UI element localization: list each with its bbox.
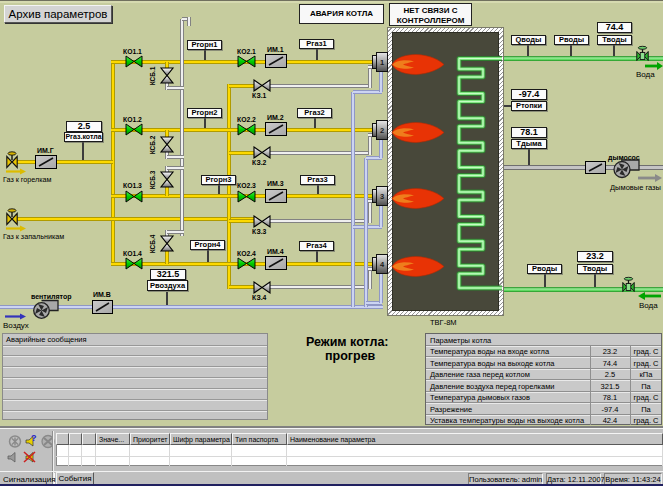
svg-text:?: ?: [31, 434, 37, 443]
